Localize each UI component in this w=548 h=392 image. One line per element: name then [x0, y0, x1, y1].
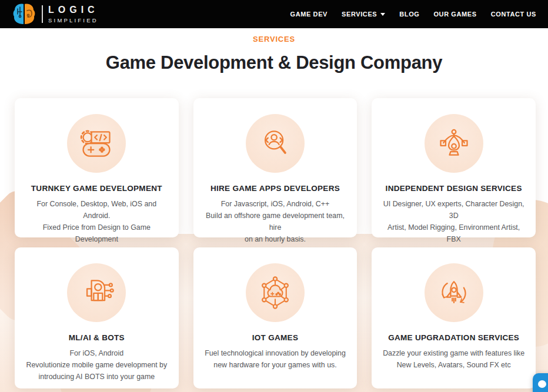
desc-line: Dazzle your existing game with features …: [381, 347, 526, 359]
card-title: IOT GAMES: [203, 333, 348, 342]
page-title: Game Development & Design Company: [0, 52, 548, 73]
main-nav: GAME DEV SERVICES BLOG OUR GAMES CONTACT…: [290, 11, 536, 18]
iot-network-icon: [246, 263, 305, 322]
card-description: For iOS, Android Revolutionize mobile ga…: [24, 347, 169, 383]
desc-line: new hardware for your games with us.: [203, 359, 348, 371]
services-section-header: SERVICES Game Development & Design Compa…: [0, 35, 548, 73]
card-title: INDEPENDENT DESIGN SERVICES: [381, 184, 526, 193]
desc-line: For Console, Desktop, Web, iOS and Andro…: [24, 198, 169, 222]
chat-bubble-icon: [538, 380, 546, 388]
nav-blog[interactable]: BLOG: [399, 11, 419, 18]
card-independent-design-services[interactable]: INDEPENDENT DESIGN SERVICES UI Designer,…: [372, 98, 536, 237]
top-navbar: LOGIC SIMPLIFIED GAME DEV SERVICES BLOG …: [0, 0, 548, 28]
desc-line: introducing AI BOTS into your game: [24, 371, 169, 383]
desc-line: Artist, Model Rigging, Environment Artis…: [381, 222, 526, 245]
logo-wordmark: LOGIC SIMPLIFIED: [48, 5, 99, 24]
chevron-down-icon: [380, 13, 385, 16]
nav-services[interactable]: SERVICES: [342, 11, 385, 18]
card-title: HIRE GAME APPS DEVELOPERS: [203, 184, 348, 193]
desc-line: Revolutionize mobile game development by: [24, 359, 169, 371]
card-ml-ai-bots[interactable]: ML/AI & BOTS For iOS, Android Revolution…: [15, 247, 179, 388]
chat-widget-button[interactable]: [533, 373, 548, 392]
card-description: Dazzle your existing game with features …: [381, 347, 526, 371]
magnifier-developer-icon: [246, 114, 305, 173]
section-eyebrow: SERVICES: [0, 35, 548, 43]
services-grid: TURNKEY GAME DEVELOPMENT For Console, De…: [0, 98, 548, 388]
desc-line: For iOS, Android: [24, 347, 169, 359]
card-iot-games[interactable]: IOT GAMES Fuel technological innovation …: [193, 247, 357, 388]
gamepad-code-icon: [67, 114, 126, 173]
card-title: TURNKEY GAME DEVELOPMENT: [24, 184, 169, 193]
nav-services-label: SERVICES: [342, 11, 377, 18]
desc-line: UI Designer, UX experts, Character Desig…: [381, 198, 526, 222]
desc-line: on an hourly basis.: [203, 233, 348, 245]
pen-tool-icon: [425, 114, 483, 173]
logo-divider: [42, 5, 43, 23]
logo-line1: LOGIC: [48, 5, 99, 15]
nav-our-games[interactable]: OUR GAMES: [433, 11, 476, 18]
desc-line: Fuel technological innovation by develop…: [203, 347, 348, 359]
desc-line: Fixed Price from Design to Game Developm…: [24, 222, 169, 245]
desc-line: Build an offshore game development team,…: [203, 210, 348, 233]
nav-contact-us[interactable]: CONTACT US: [491, 11, 536, 18]
logo-line2: SIMPLIFIED: [48, 17, 99, 24]
desc-line: New Levels, Avatars, Sound FX etc: [381, 359, 526, 371]
brain-logo-icon: [12, 2, 36, 26]
desc-line: For Javascript, iOS, Android, C++: [203, 198, 348, 210]
card-description: For Javascript, iOS, Android, C++ Build …: [203, 198, 348, 245]
card-description: Fuel technological innovation by develop…: [203, 347, 348, 371]
card-description: UI Designer, UX experts, Character Desig…: [381, 198, 526, 245]
nav-game-dev[interactable]: GAME DEV: [290, 11, 328, 18]
card-title: GAME UPGRADATION SERVICES: [381, 333, 526, 342]
logo[interactable]: LOGIC SIMPLIFIED: [12, 2, 99, 26]
robot-circuit-icon: [67, 263, 126, 322]
card-title: ML/AI & BOTS: [24, 333, 169, 342]
rocket-refresh-icon: [425, 263, 483, 322]
card-game-upgradation-services[interactable]: GAME UPGRADATION SERVICES Dazzle your ex…: [372, 247, 536, 388]
card-turnkey-game-development[interactable]: TURNKEY GAME DEVELOPMENT For Console, De…: [15, 98, 179, 237]
card-hire-game-apps-developers[interactable]: HIRE GAME APPS DEVELOPERS For Javascript…: [193, 98, 357, 237]
